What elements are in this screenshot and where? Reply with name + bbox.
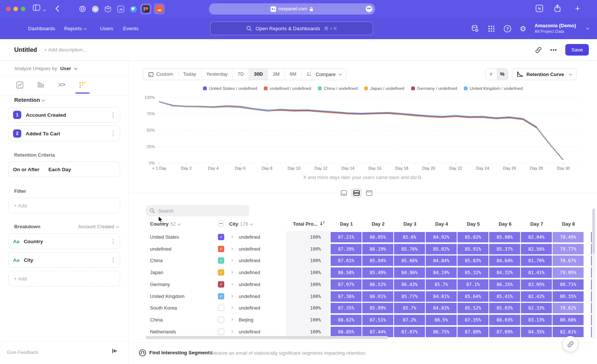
retention-cell[interactable]: 84.84% — [426, 255, 457, 266]
collapse-sidebar-icon[interactable] — [112, 348, 118, 354]
column-day-5[interactable]: Day 5 — [457, 221, 489, 227]
find-segments-title[interactable]: Find Interesting Segments — [149, 350, 213, 355]
retention-cell[interactable]: 79.49% — [553, 232, 584, 242]
retention-cell[interactable]: 80.68% — [553, 315, 584, 325]
retention-cell[interactable]: 84.64% — [489, 255, 520, 266]
row-expander-icon[interactable]: › — [231, 269, 233, 275]
legend-item[interactable]: Germany / undefined — [411, 86, 457, 91]
select-all-checkbox[interactable] — [218, 220, 224, 226]
retention-cell[interactable]: 81.41% — [521, 267, 552, 278]
onepassword-tab-icon[interactable] — [77, 3, 88, 15]
breakdown-property[interactable]: City — [24, 257, 107, 263]
bird-tab-icon[interactable] — [128, 3, 139, 15]
save-button[interactable]: Save — [565, 44, 589, 56]
retention-cell[interactable]: 84.35% — [521, 327, 552, 337]
row-expander-icon[interactable]: › — [231, 293, 233, 299]
row-expander-icon[interactable]: › — [231, 245, 233, 251]
retention-cell[interactable]: 85.03% — [489, 303, 520, 313]
retention-cell[interactable]: 84.81% — [426, 291, 457, 302]
table-search-input[interactable]: Search — [146, 205, 249, 216]
row-checkbox[interactable]: ✓ — [218, 257, 224, 264]
retention-cell[interactable]: 85.99% — [362, 303, 393, 313]
retention-cell[interactable]: 87.89% — [457, 327, 488, 337]
row-expander-icon[interactable]: › — [231, 233, 233, 239]
retention-cell[interactable]: 84.32% — [489, 267, 520, 278]
retention-cell[interactable]: 82.42% — [521, 291, 552, 302]
analyze-uniques-row[interactable]: Analyze Uniques by User — [14, 66, 77, 71]
retention-cell[interactable]: 87.07% — [394, 327, 425, 337]
retention-cell[interactable]: 84.96% — [394, 267, 425, 278]
row-checkbox[interactable] — [218, 329, 224, 335]
retention-cell[interactable]: 87.51% — [362, 315, 393, 325]
compare-button[interactable]: Compare — [310, 68, 347, 80]
close-window-icon[interactable] — [6, 7, 10, 11]
more-options-icon[interactable]: ••• — [550, 47, 557, 53]
range-today[interactable]: Today — [178, 69, 201, 80]
notion-extension-icon[interactable]: N — [535, 4, 543, 12]
apps-grid-icon[interactable] — [488, 25, 495, 32]
legend-item[interactable]: undefined / undefined — [264, 86, 311, 91]
row-expander-icon[interactable]: › — [231, 316, 233, 322]
nav-events[interactable]: Events — [123, 18, 138, 39]
retention-cell[interactable]: 80.71% — [553, 279, 584, 290]
legend-item[interactable]: Japan / undefined — [364, 86, 404, 91]
retention-cell[interactable]: 83.05% — [521, 279, 552, 290]
retention-cell[interactable]: 85.37% — [489, 244, 520, 254]
retention-cell[interactable]: 85.66% — [394, 255, 425, 266]
filter-add-button[interactable]: + Add — [8, 198, 120, 213]
column-day-7[interactable]: Day 7 — [521, 221, 553, 227]
retention-cell[interactable]: 79.62% — [553, 303, 584, 313]
row-expander-icon[interactable]: › — [231, 328, 233, 334]
step-kebab-icon[interactable] — [111, 111, 115, 119]
column-city[interactable]: City176 — [229, 221, 253, 227]
retention-cell[interactable]: 85.64% — [457, 291, 488, 302]
retention-cell[interactable]: 84.19% — [426, 267, 457, 278]
legend-item[interactable]: United States / undefined — [203, 86, 257, 91]
breakdown-scope-dropdown[interactable]: Account Created — [78, 224, 119, 229]
legend-item[interactable]: United Kingdom / undefined — [464, 86, 523, 91]
m-avatar-tab-icon[interactable]: m — [90, 3, 101, 15]
column-day-3[interactable]: Day 3 — [394, 221, 426, 227]
legend-item[interactable]: China / undefined — [318, 86, 357, 91]
range-yesterday[interactable]: Yesterday — [201, 69, 232, 80]
sort-descending-icon[interactable] — [320, 220, 325, 226]
row-checkbox[interactable]: ✓ — [218, 293, 224, 299]
retention-cell[interactable]: 86.58% — [331, 267, 362, 278]
unit-number-toggle[interactable]: # — [485, 69, 497, 80]
retention-cell[interactable]: 82.61% — [553, 327, 584, 337]
step-card-2[interactable]: 2 Added To Cart — [8, 126, 120, 141]
report-title[interactable]: Untitled — [14, 46, 37, 53]
patreon-tab-icon[interactable] — [140, 3, 151, 15]
step-kebab-icon[interactable] — [111, 129, 115, 138]
retention-cell[interactable]: 87.01% — [331, 255, 362, 266]
copy-link-icon[interactable] — [535, 47, 542, 53]
row-checkbox[interactable] — [218, 317, 224, 323]
help-icon[interactable]: ? — [503, 25, 512, 33]
row-checkbox[interactable]: ✓ — [218, 246, 224, 252]
retention-cell[interactable]: 85.83% — [457, 255, 488, 266]
retention-cell[interactable]: 85.08% — [489, 232, 520, 242]
zoom-window-icon[interactable] — [21, 7, 25, 11]
retention-cell[interactable]: 87.39% — [331, 244, 362, 254]
retention-cell[interactable]: 85.82% — [457, 232, 488, 242]
nav-dashboards[interactable]: Dashboards — [28, 18, 55, 39]
minimize-window-icon[interactable] — [13, 7, 18, 11]
criteria-card[interactable]: On or After Each Day — [8, 161, 120, 177]
retention-cell[interactable]: 85.02% — [426, 244, 457, 254]
retention-cell[interactable]: 85.41% — [489, 291, 520, 302]
cube-tab-icon[interactable] — [102, 3, 113, 15]
retention-cell[interactable]: 86.52% — [362, 279, 393, 290]
retention-cell[interactable]: 88.85% — [331, 327, 362, 337]
horizontal-scrollbar[interactable] — [146, 336, 388, 339]
row-checkbox[interactable] — [218, 305, 224, 311]
retention-cell[interactable]: 85.91% — [457, 244, 488, 254]
tab-flows-icon[interactable] — [56, 79, 67, 91]
retention-cell[interactable]: 81.76% — [521, 255, 552, 266]
retention-cell[interactable]: 84.83% — [426, 303, 457, 313]
retention-cell[interactable]: 87.44% — [362, 327, 393, 337]
nav-users[interactable]: Users — [100, 18, 113, 39]
range-3m[interactable]: 3M — [268, 69, 284, 80]
retention-cell[interactable]: 82.33% — [521, 303, 552, 313]
column-day-4[interactable]: Day 4 — [426, 221, 457, 227]
column-day-6[interactable]: Day 6 — [489, 221, 521, 227]
